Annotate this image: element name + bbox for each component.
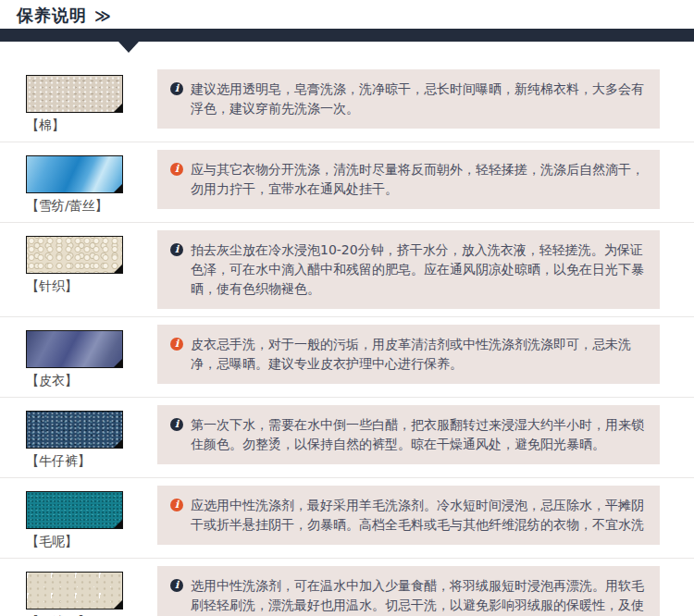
info-icon: i: [170, 338, 183, 351]
chiffon-lace-swatch-image: [26, 155, 123, 193]
fabric-column: 【雪纺/蕾丝】: [0, 150, 157, 215]
care-row-jeans: 【牛仔裤】 i 第一次下水，需要在水中倒一些白醋，把衣服翻转过来浸湿大约半小时，…: [0, 398, 694, 478]
care-row-leather: 【皮衣】 i 皮衣忌手洗，对于一般的污垢，用皮革清洁剂或中性洗涤剂洗涤即可，忌未…: [0, 317, 694, 398]
double-chevron-icon: ≫: [94, 6, 111, 25]
note-column: i 应选用中性洗涤剂，最好采用羊毛洗涤剂。冷水短时间浸泡，忌压除水，平摊阴干或折…: [157, 486, 660, 550]
fabric-label: 【棉】: [26, 117, 157, 134]
leather-swatch-image: [26, 330, 123, 368]
info-icon: i: [170, 243, 183, 256]
note-column: i 选用中性洗涤剂，可在温水中加入少量食醋，将羽绒服短时浸泡再漂洗。用软毛刷轻轻…: [157, 566, 660, 616]
header-divider-bar: [0, 29, 694, 42]
section-header: 保养说明 ≫: [0, 0, 694, 29]
care-row-knit: 【针织】 i 拍去灰尘放在冷水浸泡10-20分钟，挤干水分，放入洗衣液，轻轻搓洗…: [0, 223, 694, 317]
fabric-label: 【毛呢】: [26, 534, 157, 550]
fabric-column: 【羽绒服】: [0, 566, 157, 616]
pointer-down-triangle: [118, 42, 139, 53]
note-box: i 建议选用透明皂，皂膏洗涤，洗净晾干，忌长时间曝晒，新纯棉衣料，大多会有浮色，…: [157, 69, 660, 129]
note-box: i 应与其它衣物分开洗涤，清洗时尽量将反而朝外，轻轻揉搓，洗涤后自然滴干，勿用力…: [157, 150, 660, 209]
fabric-column: 【牛仔裤】: [0, 405, 157, 470]
fabric-column: 【皮衣】: [0, 325, 157, 389]
care-note: 拍去灰尘放在冷水浸泡10-20分钟，挤干水分，放入洗衣液，轻轻搓洗。为保证色泽，…: [191, 240, 647, 299]
care-row-down-jacket: 【羽绒服】 i 选用中性洗涤剂，可在温水中加入少量食醋，将羽绒服短时浸泡再漂洗。…: [0, 559, 694, 616]
note-column: i 建议选用透明皂，皂膏洗涤，洗净晾干，忌长时间曝晒，新纯棉衣料，大多会有浮色，…: [157, 69, 660, 134]
note-column: i 第一次下水，需要在水中倒一些白醋，把衣服翻转过来浸湿大约半小时，用来锁住颜色…: [157, 405, 660, 470]
info-icon: i: [170, 418, 183, 431]
fabric-label: 【皮衣】: [26, 373, 157, 389]
care-note: 第一次下水，需要在水中倒一些白醋，把衣服翻转过来浸湿大约半小时，用来锁住颜色。勿…: [191, 415, 647, 454]
page-title: 保养说明: [17, 5, 87, 27]
fabric-label: 【雪纺/蕾丝】: [26, 198, 157, 215]
care-row-chiffon-lace: 【雪纺/蕾丝】 i 应与其它衣物分开洗涤，清洗时尽量将反而朝外，轻轻揉搓，洗涤后…: [0, 142, 694, 223]
note-box: i 选用中性洗涤剂，可在温水中加入少量食醋，将羽绒服短时浸泡再漂洗。用软毛刷轻轻…: [157, 566, 660, 616]
knit-swatch-image: [26, 236, 123, 274]
info-icon: i: [170, 82, 183, 95]
cotton-swatch-image: [26, 75, 123, 113]
info-icon: i: [170, 579, 183, 592]
fabric-label: 【针织】: [26, 278, 157, 295]
down-jacket-swatch-image: [26, 572, 123, 610]
note-box: i 应选用中性洗涤剂，最好采用羊毛洗涤剂。冷水短时间浸泡，忌压除水，平摊阴干或折…: [157, 486, 660, 545]
note-column: i 皮衣忌手洗，对于一般的污垢，用皮革清洁剂或中性洗涤剂洗涤即可，忌未洗净，忌曝…: [157, 325, 660, 389]
note-column: i 拍去灰尘放在冷水浸泡10-20分钟，挤干水分，放入洗衣液，轻轻搓洗。为保证色…: [157, 230, 660, 309]
wool-swatch-image: [26, 491, 123, 529]
care-note: 选用中性洗涤剂，可在温水中加入少量食醋，将羽绒服短时浸泡再漂洗。用软毛刷轻轻刷洗…: [191, 576, 647, 616]
care-row-wool: 【毛呢】 i 应选用中性洗涤剂，最好采用羊毛洗涤剂。冷水短时间浸泡，忌压除水，平…: [0, 478, 694, 559]
fabric-label: 【牛仔裤】: [26, 453, 157, 470]
fabric-column: 【针织】: [0, 230, 157, 309]
fabric-column: 【毛呢】: [0, 486, 157, 550]
care-note: 应与其它衣物分开洗涤，清洗时尽量将反而朝外，轻轻揉搓，洗涤后自然滴干，勿用力拧干…: [191, 160, 647, 199]
care-note: 应选用中性洗涤剂，最好采用羊毛洗涤剂。冷水短时间浸泡，忌压除水，平摊阴干或折半悬…: [191, 496, 647, 535]
info-icon: i: [170, 163, 183, 176]
care-note: 皮衣忌手洗，对于一般的污垢，用皮革清洁剂或中性洗涤剂洗涤即可，忌未洗净，忌曝晒。…: [191, 335, 647, 374]
care-instructions-section: 保养说明 ≫ 【棉】 i 建议选用透明皂，皂膏洗涤，洗净晾干，忌长时间曝晒，新纯…: [0, 0, 694, 616]
note-column: i 应与其它衣物分开洗涤，清洗时尽量将反而朝外，轻轻揉搓，洗涤后自然滴干，勿用力…: [157, 150, 660, 215]
care-note: 建议选用透明皂，皂膏洗涤，洗净晾干，忌长时间曝晒，新纯棉衣料，大多会有浮色，建议…: [191, 80, 647, 118]
note-box: i 皮衣忌手洗，对于一般的污垢，用皮革清洁剂或中性洗涤剂洗涤即可，忌未洗净，忌曝…: [157, 325, 660, 384]
info-icon: i: [170, 499, 183, 511]
fabric-column: 【棉】: [0, 69, 157, 134]
jeans-swatch-image: [26, 411, 123, 449]
note-box: i 拍去灰尘放在冷水浸泡10-20分钟，挤干水分，放入洗衣液，轻轻搓洗。为保证色…: [157, 230, 660, 309]
care-rows-list: 【棉】 i 建议选用透明皂，皂膏洗涤，洗净晾干，忌长时间曝晒，新纯棉衣料，大多会…: [0, 53, 694, 616]
care-row-cotton: 【棉】 i 建议选用透明皂，皂膏洗涤，洗净晾干，忌长时间曝晒，新纯棉衣料，大多会…: [0, 62, 694, 142]
note-box: i 第一次下水，需要在水中倒一些白醋，把衣服翻转过来浸湿大约半小时，用来锁住颜色…: [157, 405, 660, 464]
